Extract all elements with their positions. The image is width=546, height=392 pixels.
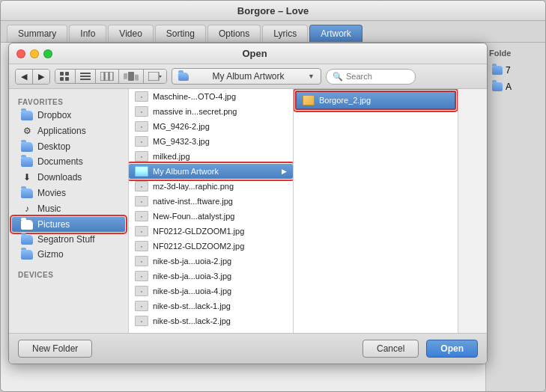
file-name: nike-sb-ja...uoia-3.jpg	[153, 272, 287, 281]
list-item[interactable]: ▪ milked.jpg	[129, 149, 293, 164]
sidebar-item-music[interactable]: ♪ Music	[12, 200, 125, 217]
search-icon: 🔍	[333, 72, 343, 82]
list-item[interactable]: ▪ nike-sb-ja...uoia-3.jpg	[129, 269, 293, 284]
tab-options[interactable]: Options	[207, 25, 261, 42]
sidebar-item-documents[interactable]: Documents	[12, 154, 125, 169]
list-item[interactable]: ▪ nike-sb-ja...uoia-2.jpg	[129, 254, 293, 269]
svg-rect-10	[128, 72, 134, 81]
svg-rect-1	[65, 72, 69, 76]
selected-file-item[interactable]: Borgore_2.jpg	[295, 91, 456, 110]
sidebar-item-applications[interactable]: ⚙ Applications	[12, 123, 125, 139]
list-item[interactable]: ▪ NF0212-GLDZOOM1.jpg	[129, 224, 293, 239]
sidebar-item-desktop[interactable]: Desktop	[12, 139, 125, 154]
folder-icon	[21, 157, 33, 167]
icon-view-button[interactable]	[55, 70, 76, 83]
sidebar-item-pictures[interactable]: Pictures	[12, 217, 125, 232]
folder-icon	[492, 82, 503, 91]
file-thumbnail: ▪	[135, 286, 148, 296]
list-item-my-album-artwork[interactable]: My Album Artwork ▶	[129, 164, 293, 179]
sidebar-item-label: Dropbox	[37, 110, 71, 120]
open-button[interactable]: Open	[426, 340, 478, 358]
window-title-bar: Borgore – Love	[1, 1, 545, 21]
file-thumbnail: ▪	[135, 181, 148, 192]
search-input[interactable]	[346, 72, 406, 81]
file-thumbnail: ▪	[135, 271, 148, 281]
sidebar-item-label: Applications	[37, 126, 86, 136]
file-thumbnail: ▪	[135, 121, 148, 132]
nav-button-group: ◀ ▶	[15, 69, 50, 85]
file-thumbnail: ▪	[135, 226, 148, 236]
cancel-button[interactable]: Cancel	[363, 340, 419, 358]
sidebar-item-label: Pictures	[37, 219, 70, 230]
file-column-1: ▪ Maschine-...OTO-4.jpg ▪ massive in...s…	[129, 89, 294, 333]
list-item[interactable]: ▪ MG_9426-2.jpg	[129, 119, 293, 134]
sidebar-item-downloads[interactable]: ⬇ Downloads	[12, 169, 125, 186]
new-folder-button[interactable]: New Folder	[18, 340, 92, 358]
folder-icon	[21, 111, 33, 120]
svg-rect-7	[100, 72, 104, 81]
maximize-button[interactable]	[43, 49, 52, 58]
list-item[interactable]: ▪ NF0212-GLDZOOM2.jpg	[129, 239, 293, 254]
file-name: Maschine-...OTO-4.jpg	[153, 92, 287, 101]
list-item[interactable]: ▪ Maschine-...OTO-4.jpg	[129, 89, 293, 104]
file-name: My Album Artwork	[153, 167, 277, 176]
list-item[interactable]: ▪ mz-3d-lay...raphic.png	[129, 179, 293, 194]
tab-sorting[interactable]: Sorting	[155, 25, 206, 42]
favorites-section-label: FAVORITES	[9, 95, 128, 108]
right-panel-item-1[interactable]: 7	[489, 64, 542, 77]
list-item[interactable]: ▪ native-inst...ftware.jpg	[129, 194, 293, 209]
folder-icon	[21, 220, 33, 230]
file-thumbnail: ▪	[135, 316, 148, 326]
sidebar-item-label: Documents	[37, 156, 83, 167]
sidebar-item-movies[interactable]: Movies	[12, 186, 125, 200]
file-name: milked.jpg	[153, 152, 287, 161]
coverflow-view-button[interactable]	[119, 70, 144, 83]
file-thumbnail: ▪	[135, 91, 148, 102]
column-view-button[interactable]	[96, 70, 119, 83]
tab-summary[interactable]: Summary	[7, 25, 67, 42]
list-item[interactable]: ▪ New-Foun...atalyst.jpg	[129, 209, 293, 224]
close-button[interactable]	[16, 49, 25, 58]
file-name: MG_9432-3.jpg	[153, 137, 287, 146]
svg-rect-0	[60, 72, 64, 76]
right-panel-item-2[interactable]: A	[489, 80, 542, 94]
action-button[interactable]	[144, 70, 166, 83]
sidebar-item-gizmo[interactable]: Gizmo	[12, 247, 125, 262]
location-dropdown[interactable]: My Album Artwork ▼	[172, 68, 321, 85]
sidebar-item-label: Movies	[37, 188, 66, 198]
main-window: Borgore – Love Summary Info Video Sortin…	[0, 0, 546, 392]
list-view-button[interactable]	[76, 70, 96, 83]
search-box[interactable]: 🔍	[326, 69, 416, 85]
list-item[interactable]: ▪ nike-sb-st...lack-1.jpg	[129, 298, 293, 313]
svg-rect-3	[65, 77, 69, 81]
svg-rect-12	[135, 74, 139, 80]
list-item[interactable]: ▪ MG_9432-3.jpg	[129, 134, 293, 149]
sidebar-item-label: Music	[37, 203, 61, 214]
tab-info[interactable]: Info	[69, 25, 106, 42]
forward-button[interactable]: ▶	[33, 70, 49, 84]
folder-icon	[21, 235, 33, 245]
file-name: Borgore_2.jpg	[319, 96, 449, 105]
minimize-button[interactable]	[30, 49, 39, 58]
file-name: native-inst...ftware.jpg	[153, 197, 287, 206]
tabs-bar: Summary Info Video Sorting Options Lyric…	[1, 21, 545, 43]
music-icon: ♪	[21, 203, 33, 215]
file-thumbnail: ▪	[135, 196, 148, 206]
tab-lyrics[interactable]: Lyrics	[262, 25, 308, 42]
back-button[interactable]: ◀	[16, 70, 33, 84]
sidebar-item-label: Gizmo	[37, 249, 64, 260]
dialog-toolbar: ◀ ▶	[9, 64, 487, 89]
sidebar-item-dropbox[interactable]: Dropbox	[12, 108, 125, 123]
file-thumbnail: ▪	[135, 211, 148, 221]
list-item[interactable]: ▪ nike-sb-st...lack-2.jpg	[129, 313, 293, 328]
list-item[interactable]: ▪ nike-sb-ja...uoia-4.jpg	[129, 284, 293, 298]
tab-artwork[interactable]: Artwork	[309, 25, 363, 42]
sidebar-item-segatron[interactable]: Segatron Stuff	[12, 232, 125, 247]
file-thumbnail: ▪	[135, 241, 148, 251]
file-name: New-Foun...atalyst.jpg	[153, 212, 287, 221]
file-thumbnail: ▪	[135, 256, 148, 266]
list-item[interactable]: ▪ massive in...secret.png	[129, 104, 293, 119]
tab-video[interactable]: Video	[108, 25, 153, 42]
window-title: Borgore – Love	[237, 5, 309, 16]
sidebar-item-label: Desktop	[37, 141, 70, 152]
